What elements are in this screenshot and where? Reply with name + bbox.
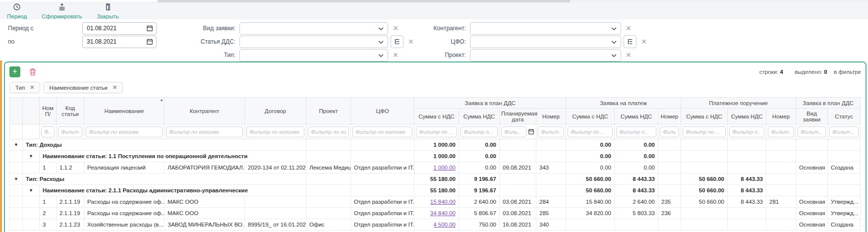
- cell-status[interactable]: Утвержд...: [828, 196, 861, 208]
- request-type-clear-icon[interactable]: ✕: [393, 25, 399, 32]
- cell-code[interactable]: 2.1.1.19: [57, 208, 84, 219]
- group-chip-type[interactable]: Тип ✕: [9, 82, 40, 93]
- cell-pp_sum[interactable]: [681, 151, 728, 162]
- cell-pay_num[interactable]: 236: [658, 208, 681, 219]
- table-row[interactable]: 12.1.1.19Расходы на содержание оф...МАКС…: [10, 196, 861, 208]
- cell-plan_vat[interactable]: 750.00: [459, 219, 500, 231]
- column-header-num[interactable]: Ном П/: [40, 98, 57, 124]
- filter-input-dogovor[interactable]: [246, 126, 304, 137]
- cell-pay_sum[interactable]: 0.00: [566, 151, 615, 162]
- cell-plan_num[interactable]: [536, 139, 566, 151]
- cell-plan_vat[interactable]: 5 806.67: [459, 208, 500, 219]
- add-row-button[interactable]: +: [9, 66, 20, 77]
- cell-plan_vat[interactable]: 0.00: [459, 162, 500, 174]
- cell-code[interactable]: 2.1.1.19: [57, 196, 84, 208]
- cfo-clear-icon[interactable]: ✕: [641, 38, 647, 45]
- cell-plan_date[interactable]: 03.08.2021: [500, 196, 536, 208]
- chip-remove-icon[interactable]: ✕: [30, 84, 34, 91]
- cell-cfo[interactable]: Отдел разработки и IT...: [351, 162, 414, 174]
- row-expander-icon[interactable]: ▼: [23, 151, 40, 162]
- filter-input-code[interactable]: [58, 126, 82, 137]
- cell-plan_date[interactable]: 03.08.2021: [500, 208, 536, 219]
- cell-pp_num[interactable]: [766, 219, 796, 231]
- cell-plan_sum[interactable]: 1 000.00: [414, 139, 459, 151]
- cell-pp_vat[interactable]: 8 443.33: [728, 174, 766, 185]
- cell-exp2[interactable]: [23, 162, 40, 174]
- filter-input-plan_vat[interactable]: [461, 126, 498, 137]
- cell-vid[interactable]: [796, 174, 828, 185]
- cell-contragent[interactable]: МАКС ООО: [165, 196, 245, 208]
- cell-pp_num[interactable]: 281: [766, 196, 796, 208]
- cell-pp_num[interactable]: [766, 208, 796, 219]
- filter-input-cfo[interactable]: [352, 126, 412, 137]
- table-row[interactable]: 32.1.1.23Хозяйственные расходы (в...ЗАВО…: [10, 219, 861, 231]
- cell-pp_num[interactable]: [766, 139, 796, 151]
- cell-plan_vat[interactable]: 0.00: [459, 139, 500, 151]
- cell-pp_vat[interactable]: [728, 151, 766, 162]
- cell-plan_num[interactable]: 343: [536, 162, 566, 174]
- cell-plan_sum[interactable]: 34 840.00: [414, 208, 459, 219]
- filter-input-pp_num[interactable]: [768, 126, 794, 137]
- cell-pay_sum[interactable]: [566, 219, 615, 231]
- cell-dogovor[interactable]: 2020-134 от 02.11.2020: [245, 162, 306, 174]
- project-clear-icon[interactable]: ✕: [626, 52, 632, 58]
- column-header-dogovor[interactable]: Договор: [245, 98, 306, 124]
- cell-pp_sum[interactable]: [681, 219, 728, 231]
- cell-cfo[interactable]: Отдел разработки и IT...: [351, 219, 414, 231]
- cell-status[interactable]: Создана: [828, 162, 861, 174]
- column-header-pp_num[interactable]: Номер: [766, 109, 796, 124]
- filter-input-pp_vat[interactable]: [729, 126, 764, 137]
- filter-input-pay_sum[interactable]: [568, 126, 613, 137]
- cell-pay_sum[interactable]: 50 660.00: [566, 174, 615, 185]
- counterparty-select[interactable]: [470, 22, 621, 35]
- cell-plan_vat[interactable]: 9 196.67: [459, 174, 500, 185]
- delete-row-button[interactable]: [28, 67, 37, 76]
- cell-project[interactable]: [306, 196, 351, 208]
- cell-plan_date[interactable]: [500, 139, 536, 151]
- cell-contragent[interactable]: ЛАБОРАТОРИЯ ГЕМОДИАЛ...: [165, 162, 245, 174]
- cell-pp_vat[interactable]: [728, 219, 766, 231]
- group-chip-article[interactable]: Наименование статьи ✕: [43, 82, 123, 93]
- filter-input-contragent[interactable]: [166, 126, 243, 137]
- cell-plan_vat[interactable]: 9 196.67: [459, 185, 500, 196]
- cell-exp2[interactable]: [23, 219, 40, 231]
- cfo-tree-button[interactable]: [624, 35, 637, 48]
- filter-input-project[interactable]: [308, 126, 349, 137]
- column-header-vid[interactable]: Вид заявки: [796, 109, 828, 124]
- sum-link[interactable]: 4 500.00: [433, 222, 456, 228]
- cell-project[interactable]: [306, 151, 351, 162]
- cell-status[interactable]: [828, 185, 861, 196]
- cell-pp_vat[interactable]: [728, 208, 766, 219]
- cell-project[interactable]: [306, 208, 351, 219]
- cell-pay_sum[interactable]: 15 840.00: [566, 196, 615, 208]
- calendar-icon[interactable]: [528, 128, 534, 135]
- cell-plan_sum[interactable]: 15 840.00: [414, 196, 459, 208]
- cell-status[interactable]: Создана: [828, 219, 861, 231]
- cell-dogovor[interactable]: 8995/19_ от 16.01.2020: [245, 219, 306, 231]
- column-header-cfo[interactable]: ЦФО: [351, 98, 414, 124]
- sum-link[interactable]: 15 840.00: [430, 199, 456, 205]
- table-group-row[interactable]: ▼Тип: Доходы1 000.000.000.000.00: [10, 139, 861, 151]
- period-to-field[interactable]: [82, 36, 157, 48]
- cell-cfo[interactable]: [351, 174, 414, 185]
- cell-pay_num[interactable]: [658, 151, 681, 162]
- period-button[interactable]: Период: [7, 3, 27, 19]
- column-header-pay_sum[interactable]: Сумма с НДС: [566, 109, 615, 124]
- column-header-plan_vat[interactable]: Сумма НДС: [459, 109, 500, 124]
- table-row[interactable]: 22.1.1.19Расходы на содержание оф...МАКС…: [10, 208, 861, 219]
- filter-input-pay_vat[interactable]: [616, 126, 656, 137]
- column-header-name[interactable]: Наименование▾: [84, 98, 165, 124]
- table-group-row[interactable]: ▼Наименование статьи: 2.1.1 Расходы адми…: [10, 185, 861, 196]
- cell-pay_vat[interactable]: 5 803.33: [615, 208, 658, 219]
- cell-vid[interactable]: [796, 151, 828, 162]
- cell-plan_date[interactable]: [500, 174, 536, 185]
- cell-cfo[interactable]: [351, 139, 414, 151]
- table-group-row[interactable]: ▼Тип: Расходы55 180.009 196.6750 660.008…: [10, 174, 861, 185]
- cfo-select[interactable]: [470, 36, 621, 48]
- cell-cfo[interactable]: [351, 151, 414, 162]
- filter-input-name[interactable]: [86, 126, 163, 137]
- cell-pp_num[interactable]: [766, 162, 796, 174]
- cell-plan_num[interactable]: [536, 151, 566, 162]
- cell-contragent[interactable]: МАКС ООО: [165, 208, 245, 219]
- cell-pp_sum[interactable]: [681, 208, 728, 219]
